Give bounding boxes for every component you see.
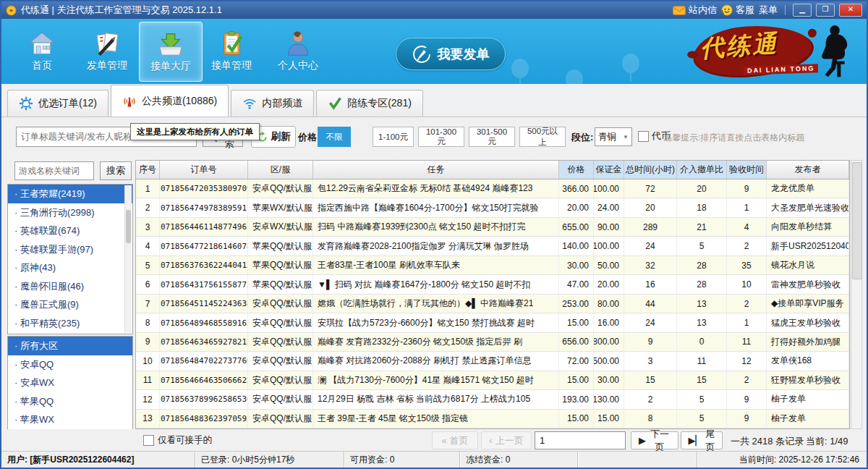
table-cell: ▼▌ 扫码 对抗 巅峰赛1647分-1800分 铭文150 超时不扣 <box>313 275 559 293</box>
game-search-button[interactable]: 搜索 <box>100 161 132 180</box>
table-row[interactable]: 910718564634659278212安卓QQ/默认服巅峰赛 发育路2332… <box>136 333 849 352</box>
table-row[interactable]: 710718564511452243638安卓QQ/默认服嫦娥（吃满胜场就行，满… <box>136 295 849 313</box>
tab-public-channel[interactable]: 公共频道(10886) <box>111 85 229 117</box>
table-row[interactable]: 1010718564847022737760安卓QQ/默认服巅峰赛 对抗路206… <box>136 352 849 371</box>
inbox-button[interactable]: 站内信 <box>673 4 717 17</box>
column-header[interactable]: 介入撤单比 <box>677 161 727 179</box>
nav-item-profile-label: 个人中心 <box>278 59 318 72</box>
sidebar-game-item[interactable]: 魔兽怀旧服(46) <box>8 277 132 296</box>
sidebar-region-item[interactable]: 安卓QQ <box>8 355 132 374</box>
table-cell: 655.00 <box>559 218 594 236</box>
sidebar-region-item[interactable]: 苹果QQ <box>8 392 132 411</box>
table-cell: 4 <box>136 237 160 255</box>
table-cell: 0 <box>677 333 727 351</box>
column-header[interactable]: 总时间(小时) <box>624 161 677 179</box>
table-cell: 王者 39星-王者 45星 铭文150级 指定镜 <box>313 410 559 428</box>
last-page-button[interactable]: ▶▏ 尾页 <box>681 431 723 449</box>
table-cell: 柚子发单 <box>767 410 849 428</box>
table-cell: 18 <box>677 198 727 216</box>
table-cell: 安卓QQ/默认服 <box>248 179 313 198</box>
page-number-input[interactable] <box>535 431 626 449</box>
column-header[interactable]: 区/服 <box>248 161 313 179</box>
table-cell: 12月29日 杨戬 吉林 省标 当前战力6817分 上榜战力105 <box>313 390 559 408</box>
featured-icon <box>19 96 33 111</box>
scrollbar-thumb[interactable] <box>852 162 862 279</box>
sidebar-game-item[interactable]: 英雄联盟手游(97) <box>8 240 132 259</box>
pagination-bar: 仅看可接手的 « 首页 ‹ 上一页 ▶ 下一页 ▶▏ 尾页 一共 2418 条记… <box>1 429 867 451</box>
next-page-button[interactable]: ▶ 下一页 <box>631 431 678 449</box>
table-row[interactable]: 110718564720353809709安卓QQ/默认服包12.29云南省朵莉… <box>136 179 849 198</box>
table-cell: 15 <box>677 371 727 389</box>
table-cell: 10718564749783895917 <box>160 198 248 216</box>
nav-item-order-hall[interactable]: 接单大厅 <box>139 22 203 82</box>
titlebar: 代练通 | 关注代练工作室管理与交易 2025.12.1.1 站内信 客服 菜单… <box>1 1 867 19</box>
nav-item-profile[interactable]: 个人中心 <box>267 22 329 80</box>
table-row[interactable]: 410718564772186146078苹果QQ/默认服发育路巅峰赛2028-… <box>136 237 849 255</box>
table-cell: 100.00 <box>594 237 624 255</box>
column-header[interactable]: 序号 <box>136 161 160 179</box>
table-cell: 15.00 <box>594 410 624 428</box>
sidebar-game-item[interactable]: 三角洲行动(2998) <box>8 203 132 222</box>
scrollbar-thumb[interactable] <box>126 210 131 243</box>
table-row[interactable]: 210718564749783895917苹果WX/默认服指定西施中路【巅峰赛1… <box>136 198 849 217</box>
price-filter-101-300元[interactable]: 101-300元 <box>418 127 464 147</box>
table-cell: 5 <box>136 256 160 274</box>
table-cell: 9 <box>727 179 767 198</box>
game-search-input[interactable] <box>14 161 94 180</box>
nav-item-post-manage-label: 发单管理 <box>87 59 127 72</box>
post-order-button[interactable]: 我要发单 <box>396 38 506 70</box>
first-page-button[interactable]: « 首页 <box>432 431 478 449</box>
sidebar-game-item[interactable]: 王者荣耀(2419) <box>8 185 132 203</box>
column-header[interactable]: 发布者 <box>767 161 849 179</box>
table-row[interactable]: 610718564317561558772苹果QQ/默认服▼▌ 扫码 对抗 巅峰… <box>136 275 849 294</box>
minimize-button[interactable]: ▁ <box>793 4 812 17</box>
sidebar-region-item[interactable]: 苹果WX <box>8 410 132 429</box>
table-row[interactable]: 310718564461148774961安卓WX/默认服扫码 中路巅峰赛193… <box>136 218 849 237</box>
sidebar-game-item[interactable]: 和平精英(235) <box>8 314 132 333</box>
column-header[interactable]: 订单号 <box>160 161 248 179</box>
token-checkbox[interactable] <box>638 131 649 142</box>
sidebar-game-item[interactable]: 魔兽正式服(9) <box>8 295 132 314</box>
support-button[interactable]: 客服 <box>721 4 754 17</box>
sidebar-game-item[interactable]: 英雄联盟(674) <box>8 221 132 240</box>
menu-button[interactable]: 菜单 <box>759 4 778 17</box>
table-row[interactable]: 810718564894685589162安卓QQ/默认服安琪拉【战力5723分… <box>136 313 849 332</box>
table-cell: 安卓QQ/默认服 <box>248 295 313 313</box>
sidebar-game-item[interactable]: 原神(43) <box>8 258 132 277</box>
nav-item-home[interactable]: 首页 <box>11 22 73 80</box>
column-header[interactable]: 价格 <box>559 161 594 179</box>
table-cell: 嫦娥（吃满胜场就行，满了玩其他的）◆▌ 中路巅峰赛21 <box>313 295 559 313</box>
sidebar-region-item[interactable]: 安卓WX <box>8 373 132 392</box>
table-cell: 32 <box>624 256 677 274</box>
nav-item-take-manage[interactable]: 接单管理 <box>200 22 263 80</box>
game-list-scrollbar[interactable] <box>124 185 132 333</box>
column-header[interactable]: 任务 <box>313 161 559 179</box>
post-manage-icon <box>93 30 121 57</box>
price-filter-1-100元[interactable]: 1-100元 <box>373 127 414 147</box>
table-row[interactable]: 1110718564664635066625安卓QQ/默认服澜 【战力7130分… <box>136 371 849 390</box>
price-filter-301-500元[interactable]: 301-500元 <box>469 127 515 147</box>
rank-select[interactable]: 青铜 ▼ <box>595 127 632 146</box>
table-scrollbar[interactable] <box>851 160 862 429</box>
tab-internal-channel-label: 内部频道 <box>262 97 302 110</box>
prev-page-button[interactable]: ‹ 上一页 <box>481 431 532 449</box>
table-cell: 289 <box>624 218 677 236</box>
table-cell: 2 <box>727 295 767 313</box>
maximize-button[interactable]: ❐ <box>816 4 835 17</box>
tab-internal-channel[interactable]: 内部频道 <box>231 90 314 117</box>
only-available-checkbox[interactable] <box>143 435 154 446</box>
sidebar-region-item[interactable]: 所有大区 <box>8 337 132 355</box>
price-filter-all[interactable]: 不限 <box>318 127 351 147</box>
table-cell: 16 <box>624 275 677 293</box>
price-filter-500元以上[interactable]: 500元以上 <box>519 127 566 147</box>
table-row[interactable]: 510718563763622440412苹果QQ/默认服王者83星-王者100… <box>136 256 849 275</box>
nav-item-post-manage[interactable]: 发单管理 <box>76 22 138 80</box>
close-button[interactable]: ✕ <box>839 4 862 17</box>
tab-partner-zone[interactable]: 陪练专区(281) <box>316 90 423 117</box>
column-header[interactable]: 保证金 <box>594 161 624 179</box>
table-cell: 1 <box>136 179 160 198</box>
table-row[interactable]: 1310718564883623970592安卓QQ/默认服王者 39星-王者 … <box>136 410 849 428</box>
column-header[interactable]: 验收时间 <box>727 161 767 179</box>
table-row[interactable]: 1210718563789962586530安卓QQ/默认服12月29日 杨戬 … <box>136 390 849 409</box>
tab-featured-orders[interactable]: 优选订单(12) <box>7 90 109 117</box>
